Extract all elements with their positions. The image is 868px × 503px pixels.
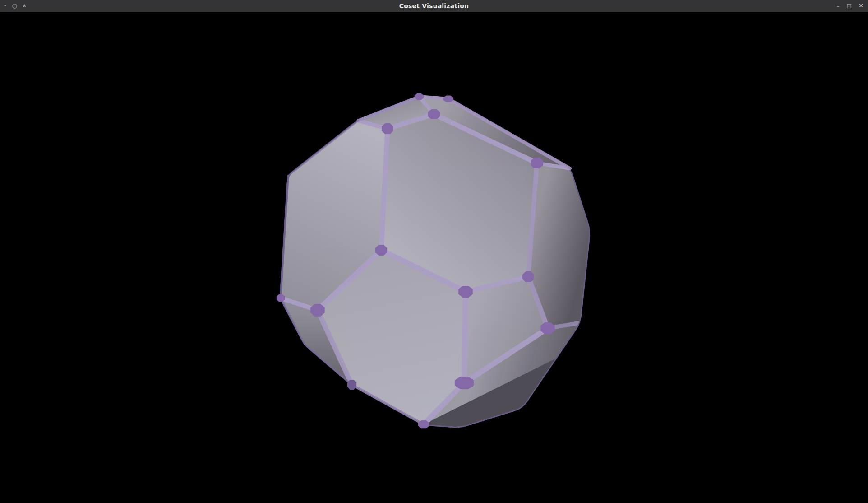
vertex-I	[418, 420, 429, 428]
vertex-L	[277, 294, 285, 302]
maximize-icon[interactable]: □	[847, 0, 851, 12]
status-dot-icon: •	[4, 0, 7, 12]
coset-polyhedron[interactable]	[0, 0, 868, 503]
vertex-C	[531, 158, 543, 168]
circle-icon[interactable]: ○	[12, 0, 17, 12]
vertex-F	[375, 245, 387, 256]
titlebar[interactable]: • ○ ∧ Coset Visualization – □ ✕	[0, 0, 868, 12]
vertex-G	[310, 304, 324, 317]
minimize-icon[interactable]: –	[836, 1, 840, 13]
close-icon[interactable]: ✕	[859, 0, 863, 12]
vertex-T1	[415, 93, 424, 100]
vertex-D	[522, 271, 534, 282]
vertex-T2	[443, 96, 453, 102]
vertex-J	[347, 380, 356, 390]
app-window: • ○ ∧ Coset Visualization – □ ✕	[0, 0, 868, 503]
render-viewport[interactable]	[0, 0, 868, 503]
window-controls: – □ ✕	[836, 0, 863, 12]
vertex-B	[428, 109, 440, 119]
vertex-K	[540, 322, 554, 334]
window-title: Coset Visualization	[0, 0, 868, 12]
vertex-E	[458, 286, 472, 298]
edge-E-H	[464, 292, 466, 383]
vertex-A	[382, 123, 393, 134]
vertex-H	[455, 377, 474, 389]
titlebar-left-icons: • ○ ∧	[4, 0, 27, 12]
caret-up-icon[interactable]: ∧	[23, 0, 27, 12]
